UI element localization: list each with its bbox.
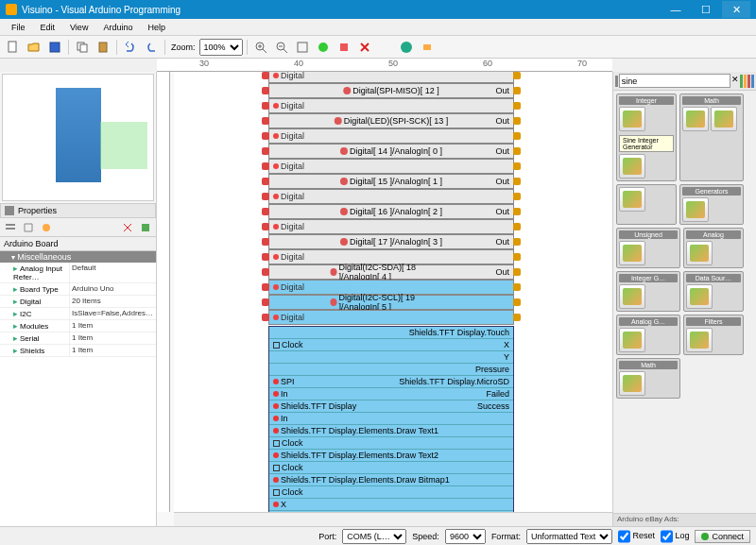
copy-button[interactable]: [73, 38, 92, 57]
shield-row[interactable]: X: [269, 499, 513, 511]
property-row[interactable]: ▸Board TypeArduino Uno: [0, 283, 156, 296]
input-port-icon[interactable]: [262, 102, 269, 110]
connect-button[interactable]: Connect: [695, 530, 750, 543]
menu-edit[interactable]: Edit: [33, 21, 63, 34]
menu-arduino[interactable]: Arduino: [95, 21, 140, 34]
search-opt-3[interactable]: [747, 75, 750, 88]
input-port-icon[interactable]: [262, 132, 269, 140]
search-opt-4[interactable]: [751, 75, 754, 88]
pin-row[interactable]: Digital(I2C-SDA)[ 18 ]/AnalogIn[ 4 ]Out: [268, 264, 514, 280]
input-port-icon[interactable]: [262, 314, 269, 321]
shield-row[interactable]: Shields.TFT Display.Elements.Draw Text2: [269, 450, 513, 462]
pin-row[interactable]: Digital: [268, 189, 514, 204]
prop-tool-5[interactable]: [137, 219, 154, 236]
pin-row[interactable]: Digital(LED)(SPI-SCK)[ 13 ]Out: [268, 113, 514, 128]
pin-row[interactable]: Digital[ 14 ]/AnalogIn[ 0 ]Out: [268, 144, 514, 159]
properties-tree[interactable]: Arduino Board ▾ Miscellaneous ▸Analog In…: [0, 237, 156, 526]
tree-category[interactable]: ▾ Miscellaneous: [0, 251, 156, 263]
design-canvas[interactable]: AnalogDigital(SPI-MOSI)[ 11 ]OutDigitalD…: [157, 72, 612, 526]
shield-row[interactable]: ClockX: [269, 339, 513, 351]
shield-row[interactable]: Clock: [269, 462, 513, 474]
palette-item[interactable]: [619, 371, 645, 396]
input-port-icon[interactable]: [262, 238, 269, 246]
output-port-icon[interactable]: [513, 147, 521, 155]
output-port-icon[interactable]: [513, 87, 521, 94]
input-port-icon[interactable]: [262, 178, 269, 185]
palette-item[interactable]: [619, 154, 645, 179]
pin-row[interactable]: Digital[ 16 ]/AnalogIn[ 2 ]Out: [268, 204, 514, 219]
tool-a-button[interactable]: [314, 38, 333, 57]
input-port-icon[interactable]: [262, 298, 269, 306]
navigator-thumbnail[interactable]: [2, 74, 154, 201]
prop-tool-4[interactable]: [119, 219, 136, 236]
palette-item[interactable]: [686, 284, 713, 309]
undo-button[interactable]: [121, 38, 140, 57]
horizontal-scrollbar[interactable]: [174, 512, 612, 526]
format-select[interactable]: Unformatted Text: [526, 529, 612, 544]
property-row[interactable]: ▸Shields1 Item: [0, 345, 156, 357]
shields-block[interactable]: Shields.TFT Display.TouchClockXYPressure…: [268, 326, 514, 524]
input-port-icon[interactable]: [262, 268, 269, 276]
pin-row[interactable]: Digital: [268, 98, 514, 113]
zoom-fit-button[interactable]: [293, 38, 312, 57]
menu-view[interactable]: View: [62, 21, 95, 34]
property-row[interactable]: ▸Serial1 Item: [0, 332, 156, 345]
output-port-icon[interactable]: [513, 268, 521, 276]
prop-tool-1[interactable]: [2, 219, 19, 236]
shield-row[interactable]: Shields.TFT DisplaySuccess: [269, 400, 513, 413]
shield-row[interactable]: SPIShields.TFT Display.MicroSD: [269, 376, 513, 388]
palette-item[interactable]: [711, 107, 737, 131]
close-button[interactable]: ✕: [722, 1, 750, 18]
input-port-icon[interactable]: [262, 147, 269, 155]
input-port-icon[interactable]: [262, 72, 269, 79]
output-port-icon[interactable]: [513, 238, 521, 246]
palette-item[interactable]: [619, 107, 645, 131]
zoom-in-button[interactable]: [251, 38, 270, 57]
search-opt-1[interactable]: [740, 75, 743, 88]
shield-row[interactable]: Shields.TFT Display.Touch: [269, 327, 513, 339]
pin-row[interactable]: Digital: [268, 159, 514, 174]
save-button[interactable]: [45, 38, 64, 57]
property-row[interactable]: ▸I2CIsSlave=False,Addres…: [0, 308, 156, 320]
shield-row[interactable]: Shields.TFT Display.Elements.Draw Text1: [269, 425, 513, 437]
shield-row[interactable]: Pressure: [269, 364, 513, 376]
output-port-icon[interactable]: [513, 132, 521, 140]
output-port-icon[interactable]: [513, 253, 521, 261]
property-row[interactable]: ▸Digital20 Items: [0, 296, 156, 308]
search-opt-2[interactable]: [744, 75, 747, 88]
input-port-icon[interactable]: [262, 162, 269, 170]
input-port-icon[interactable]: [262, 223, 269, 230]
arduino-board-block[interactable]: AnalogDigital(SPI-MOSI)[ 11 ]OutDigitalD…: [268, 72, 514, 524]
menu-help[interactable]: Help: [140, 21, 173, 34]
pin-row[interactable]: Digital[ 15 ]/AnalogIn[ 1 ]Out: [268, 174, 514, 189]
port-select[interactable]: COM5 (L…: [342, 529, 406, 544]
shield-row[interactable]: In: [269, 413, 513, 425]
speed-select[interactable]: 9600: [445, 529, 486, 544]
output-port-icon[interactable]: [513, 72, 521, 79]
prop-tool-2[interactable]: [20, 219, 37, 236]
pin-row[interactable]: Digital: [268, 310, 514, 325]
palette-item[interactable]: [619, 241, 645, 265]
zoom-select[interactable]: 100%: [199, 39, 243, 56]
pin-row[interactable]: Digital: [268, 72, 514, 83]
redo-button[interactable]: [142, 38, 161, 57]
open-button[interactable]: [25, 38, 43, 57]
output-port-icon[interactable]: [513, 178, 521, 185]
palette-item[interactable]: [619, 328, 645, 352]
tool-b-button[interactable]: [335, 38, 353, 57]
pin-row[interactable]: Digital[ 17 ]/AnalogIn[ 3 ]Out: [268, 234, 514, 249]
input-port-icon[interactable]: [262, 87, 269, 94]
input-port-icon[interactable]: [262, 117, 269, 125]
input-port-icon[interactable]: [262, 253, 269, 261]
shield-row[interactable]: Shields.TFT Display.Elements.Draw Bitmap…: [269, 474, 513, 486]
shield-row[interactable]: Clock: [269, 486, 513, 499]
palette-item[interactable]: [686, 328, 713, 352]
output-port-icon[interactable]: [513, 223, 521, 230]
delete-button[interactable]: [355, 38, 374, 57]
upload-button[interactable]: [397, 38, 416, 57]
zoom-out-button[interactable]: [272, 38, 291, 57]
maximize-button[interactable]: ☐: [692, 1, 720, 18]
run-button[interactable]: [418, 38, 437, 57]
output-port-icon[interactable]: [513, 314, 521, 321]
prop-tool-3[interactable]: [38, 219, 55, 236]
